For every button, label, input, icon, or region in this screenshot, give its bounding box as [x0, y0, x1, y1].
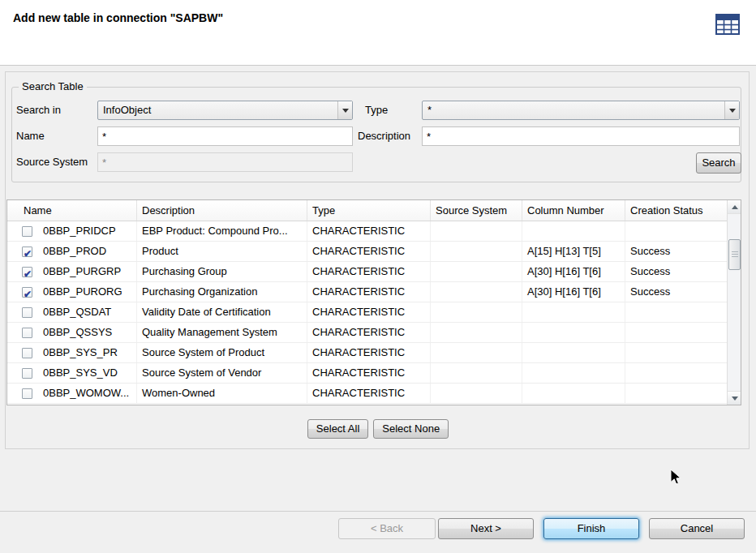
- table-row[interactable]: 0BBP_QSSYS Quality Management System CHA…: [7, 323, 727, 343]
- column-header-type[interactable]: Type: [307, 200, 431, 221]
- search-in-label: Search in: [16, 101, 61, 120]
- source-system-label: Source System: [16, 152, 88, 172]
- next-button[interactable]: Next >: [438, 518, 534, 539]
- row-name: 0BBP_PRIDCP: [43, 221, 116, 241]
- column-header-description[interactable]: Description: [137, 200, 307, 221]
- scroll-up-icon[interactable]: [728, 200, 741, 214]
- row-creation-status: Success: [625, 282, 727, 302]
- search-in-value: InfoObject: [103, 101, 151, 119]
- type-label: Type: [365, 101, 388, 120]
- table-header: Name Description Type Source System Colu…: [7, 200, 727, 221]
- row-checkbox[interactable]: [22, 246, 32, 257]
- row-source-system: [431, 221, 522, 241]
- row-name: 0BBP_QSDAT: [43, 302, 111, 322]
- column-header-creation-status[interactable]: Creation Status: [625, 200, 727, 221]
- column-header-source-system[interactable]: Source System: [431, 200, 522, 221]
- row-description: Product: [137, 242, 307, 261]
- row-creation-status: [625, 302, 727, 322]
- table-row[interactable]: 0BBP_PRIDCP EBP Product: Compound Pro...…: [7, 221, 727, 242]
- table-row[interactable]: 0BBP_WOMOW... Women-Owned CHARACTERISTIC: [7, 384, 727, 404]
- row-checkbox[interactable]: [22, 226, 32, 237]
- row-source-system: [431, 343, 522, 362]
- row-checkbox[interactable]: [22, 287, 32, 298]
- row-checkbox[interactable]: [22, 388, 32, 399]
- row-name: 0BBP_SYS_VD: [43, 363, 118, 383]
- row-name: 0BBP_QSSYS: [43, 323, 112, 342]
- row-creation-status: [625, 343, 727, 362]
- row-column-number: [522, 302, 625, 322]
- row-name: 0BBP_PROD: [43, 242, 106, 261]
- row-name: 0BBP_PURORG: [43, 282, 122, 302]
- row-source-system: [431, 302, 522, 322]
- row-type: CHARACTERISTIC: [307, 242, 431, 261]
- search-in-combobox[interactable]: InfoObject: [97, 101, 353, 120]
- row-checkbox[interactable]: [22, 368, 32, 379]
- description-label: Description: [358, 126, 410, 146]
- vertical-scrollbar[interactable]: [727, 200, 741, 405]
- source-system-input: [97, 152, 353, 172]
- scroll-down-icon[interactable]: [728, 391, 741, 405]
- row-source-system: [431, 363, 522, 383]
- table-row[interactable]: 0BBP_SYS_PR Source System of Product CHA…: [7, 343, 727, 363]
- footer-divider: [0, 511, 756, 512]
- row-source-system: [431, 282, 522, 302]
- row-checkbox[interactable]: [22, 348, 32, 358]
- row-description: Source System of Vendor: [137, 363, 307, 383]
- column-header-name[interactable]: Name: [7, 200, 137, 221]
- row-source-system: [431, 384, 522, 403]
- table-icon: [714, 11, 741, 37]
- row-source-system: [431, 242, 522, 261]
- row-column-number: [522, 323, 625, 342]
- add-table-dialog: Add new table in connection "SAPBW" Sear…: [0, 0, 756, 553]
- page-title: Add new table in connection "SAPBW": [13, 11, 223, 24]
- table-row[interactable]: 0BBP_QSDAT Validity Date of Certificatio…: [7, 302, 727, 323]
- selection-buttons: Select All Select None: [0, 419, 756, 439]
- table-row[interactable]: 0BBP_PURGRP Purchasing Group CHARACTERIS…: [7, 262, 727, 282]
- row-type: CHARACTERISTIC: [307, 323, 431, 342]
- table-row[interactable]: 0BBP_PROD Product CHARACTERISTIC A[15] H…: [7, 242, 727, 262]
- row-creation-status: Success: [625, 262, 727, 281]
- row-type: CHARACTERISTIC: [307, 343, 431, 362]
- row-creation-status: [625, 384, 727, 403]
- name-label: Name: [16, 126, 45, 146]
- results-table: Name Description Type Source System Colu…: [6, 199, 741, 405]
- row-description: Purchasing Organization: [137, 282, 307, 302]
- row-creation-status: [625, 221, 727, 241]
- row-name: 0BBP_WOMOW...: [43, 384, 129, 403]
- search-group-label: Search Table: [19, 80, 87, 92]
- select-all-button[interactable]: Select All: [307, 419, 368, 439]
- row-name: 0BBP_PURGRP: [43, 262, 121, 281]
- table-row[interactable]: 0BBP_SYS_VD Source System of Vendor CHAR…: [7, 363, 727, 384]
- row-creation-status: [625, 363, 727, 383]
- row-creation-status: Success: [625, 242, 727, 261]
- row-type: CHARACTERISTIC: [307, 302, 431, 322]
- row-checkbox[interactable]: [22, 328, 32, 338]
- row-source-system: [431, 262, 522, 281]
- row-type: CHARACTERISTIC: [307, 384, 431, 403]
- row-description: Women-Owned: [137, 384, 307, 403]
- name-input[interactable]: [97, 126, 353, 146]
- row-column-number: [522, 343, 625, 362]
- chevron-down-icon[interactable]: [724, 101, 739, 119]
- row-checkbox[interactable]: [22, 267, 32, 277]
- chevron-down-icon[interactable]: [337, 101, 352, 119]
- table-row[interactable]: 0BBP_PURORG Purchasing Organization CHAR…: [7, 282, 727, 302]
- type-combobox[interactable]: *: [422, 101, 740, 120]
- row-type: CHARACTERISTIC: [307, 282, 431, 302]
- row-description: Purchasing Group: [137, 262, 307, 281]
- back-button: < Back: [338, 518, 436, 539]
- cancel-button[interactable]: Cancel: [649, 518, 745, 539]
- select-none-button[interactable]: Select None: [373, 419, 449, 439]
- row-description: EBP Product: Compound Pro...: [137, 221, 307, 241]
- row-column-number: [522, 384, 625, 403]
- scrollbar-thumb[interactable]: [728, 239, 741, 270]
- column-header-column-number[interactable]: Column Number: [522, 200, 625, 221]
- finish-button[interactable]: Finish: [543, 518, 639, 539]
- row-checkbox[interactable]: [22, 307, 32, 318]
- row-description: Source System of Product: [137, 343, 307, 362]
- row-creation-status: [625, 323, 727, 342]
- search-button[interactable]: Search: [696, 152, 741, 174]
- row-column-number: A[30] H[16] T[6]: [522, 282, 625, 302]
- row-name: 0BBP_SYS_PR: [43, 343, 118, 362]
- description-input[interactable]: [422, 126, 740, 146]
